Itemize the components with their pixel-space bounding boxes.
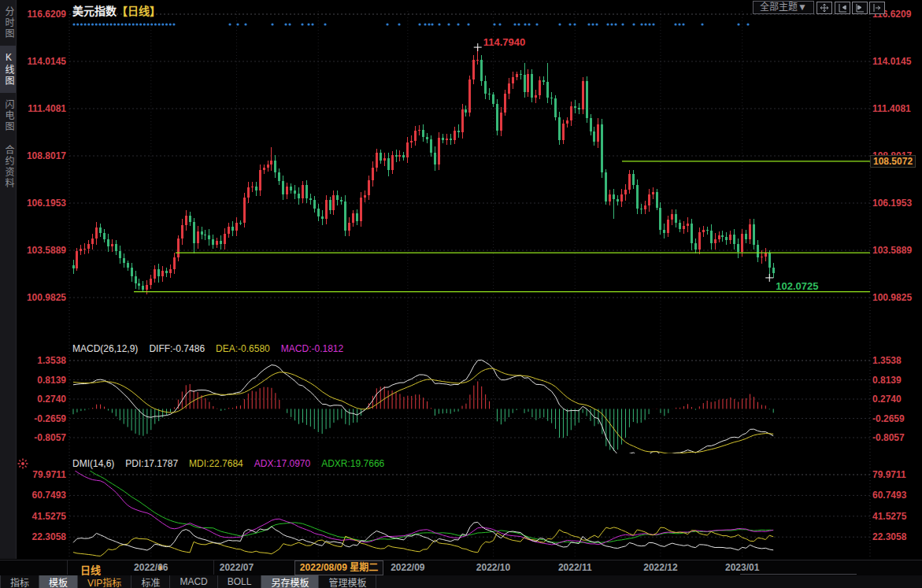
tab-模板[interactable]: 模板 <box>39 575 78 588</box>
dmi-adx-value: ADX:17.0970 <box>254 458 310 469</box>
date-axis-label: 2022/11 <box>558 562 592 573</box>
date-axis: 日线 ▲ 2022/08/09 星期二 2022/062022/072022/0… <box>0 560 922 576</box>
date-crosshair-tooltip: 2022/08/09 星期二 <box>294 560 383 575</box>
macd-axis-label-left: 0.8139 <box>16 375 66 386</box>
price-axis-label-left: 106.1953 <box>16 198 66 209</box>
price-axis-label-right: 103.5889 <box>872 245 912 256</box>
date-axis-label: 2022/07 <box>220 562 254 573</box>
compress-axis-left-icon[interactable] <box>835 2 850 14</box>
high-annotation: 114.7940 <box>483 36 526 48</box>
period-tag: 【日线】 <box>117 5 161 17</box>
sidebar-item-3[interactable]: 合约资料 <box>0 139 16 195</box>
dmi-axis-label-left: 41.5275 <box>16 511 66 522</box>
price-axis-label-left: 103.5889 <box>16 245 66 256</box>
theme-dropdown[interactable]: 全部主题▼ <box>753 1 814 14</box>
price-axis-label-left: 100.9825 <box>16 292 66 303</box>
date-axis-label: 2022/06 <box>134 562 168 573</box>
sidebar-item-2[interactable]: 闪电图 <box>0 93 16 139</box>
dmi-pane <box>73 461 773 557</box>
tab-指标[interactable]: 指标 <box>0 575 39 588</box>
date-axis-label: 2022/10 <box>476 562 510 573</box>
macd-axis-label-left: -0.2659 <box>16 413 66 424</box>
price-axis-label-left: 116.6209 <box>16 9 66 20</box>
axis-scroll-indicator[interactable] <box>740 574 857 575</box>
price-axis-label-right: 100.9825 <box>872 292 912 303</box>
macd-axis-label-left: 1.3538 <box>16 355 66 366</box>
macd-pane <box>73 360 773 457</box>
dmi-mdi-value: MDI:22.7684 <box>189 458 243 469</box>
macd-macd-value: MACD:-0.1812 <box>281 343 343 354</box>
dmi-axis-label-right: 22.3058 <box>872 531 906 542</box>
dmi-axis-label-right: 41.5275 <box>872 511 906 522</box>
dmi-axis-label-left: 60.7493 <box>16 490 66 501</box>
tab-另存模板[interactable]: 另存模板 <box>261 575 319 588</box>
dmi-axis-label-right: 60.7493 <box>872 490 906 501</box>
date-axis-label: 2023/01 <box>725 562 759 573</box>
dmi-adxr-value: ADXR:19.7666 <box>321 458 384 469</box>
macd-axis-label-left: 0.2740 <box>16 394 66 405</box>
tab-标准[interactable]: 标准 <box>131 575 170 588</box>
macd-axis-label-right: -0.2659 <box>872 413 905 424</box>
tab-VIP指标[interactable]: VIP指标 <box>78 575 131 588</box>
compress-axis-right-icon[interactable] <box>852 2 868 14</box>
pan-icon[interactable] <box>816 2 832 14</box>
chart-canvas[interactable] <box>0 0 922 588</box>
dmi-axis-label-left: 22.3058 <box>16 531 66 542</box>
price-axis-label-right: 114.0145 <box>872 56 911 67</box>
candles <box>72 47 775 294</box>
sidebar-item-1[interactable]: K线图 <box>0 46 16 93</box>
shift-right-icon[interactable] <box>869 2 885 14</box>
date-axis-label: 2022/12 <box>643 562 677 573</box>
kline-app: 分时图K线图闪电图合约资料 美元指数【日线】 全部主题▼ MACD(26,12,… <box>0 0 922 588</box>
tab-管理模板[interactable]: 管理模板 <box>319 575 376 588</box>
dmi-axis-label-right: 79.9711 <box>872 469 906 480</box>
price-axis-label-right: 111.4081 <box>872 103 911 114</box>
macd-dea-value: DEA:-0.6580 <box>216 343 270 354</box>
bottom-tabbar: 指标模板VIP指标标准MACDBOLL另存模板管理模板 <box>0 575 922 588</box>
level-price-tag[interactable]: 108.5072 <box>870 155 916 168</box>
macd-name: MACD(26,12,9) <box>72 343 138 354</box>
price-axis-label-left: 108.8017 <box>16 150 66 161</box>
low-annotation: 102.0725 <box>776 280 818 292</box>
sidebar-item-0[interactable]: 分时图 <box>0 0 16 46</box>
macd-diff-value: DIFF:-0.7486 <box>149 343 205 354</box>
instrument-name: 美元指数 <box>72 5 117 17</box>
price-axis-label-left: 114.0145 <box>16 56 66 67</box>
price-axis-label-right: 106.1953 <box>872 198 912 209</box>
tab-BOLL[interactable]: BOLL <box>218 575 262 588</box>
macd-axis-label-left: -0.8057 <box>16 432 66 443</box>
macd-axis-label-right: -0.8057 <box>872 432 905 443</box>
macd-axis-label-right: 0.8139 <box>872 375 902 386</box>
date-axis-label: 2022/09 <box>391 562 424 573</box>
macd-header: MACD(26,12,9)DIFF:-0.7486DEA:-0.6580MACD… <box>72 343 354 354</box>
chart-title: 美元指数【日线】 <box>72 2 161 18</box>
macd-axis-label-right: 1.3538 <box>872 355 902 366</box>
tab-MACD[interactable]: MACD <box>170 575 217 588</box>
left-sidebar: 分时图K线图闪电图合约资料 <box>0 0 17 559</box>
dmi-axis-label-left: 79.9711 <box>16 469 66 480</box>
event-dots <box>72 23 749 25</box>
dmi-header: DMI(14,6)PDI:17.1787MDI:22.7684ADX:17.09… <box>72 458 395 469</box>
dmi-pdi-value: PDI:17.1787 <box>125 458 178 469</box>
dmi-name: DMI(14,6) <box>72 458 114 469</box>
price-axis-label-left: 111.4081 <box>16 103 66 114</box>
macd-axis-label-right: 0.2740 <box>872 394 902 405</box>
